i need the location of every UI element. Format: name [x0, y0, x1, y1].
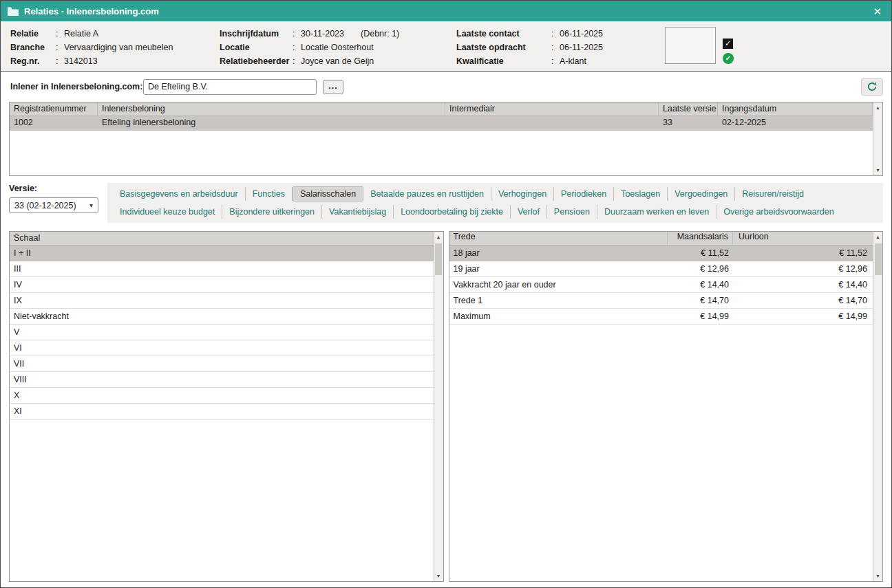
- browse-button[interactable]: ...: [323, 80, 343, 94]
- field-value: A-klant: [560, 56, 586, 66]
- versie-dropdown[interactable]: 33 (02-12-2025) ▾: [9, 197, 98, 213]
- field-colon: :: [551, 43, 560, 52]
- tab-verhogingen[interactable]: Verhogingen: [491, 187, 554, 201]
- schaal-row[interactable]: X: [10, 388, 434, 404]
- field-branche: Branche:Vervaardiging van meubelen: [10, 41, 220, 54]
- column-header-ingangsdatum[interactable]: Ingangsdatum: [718, 102, 873, 116]
- folder-icon: [8, 7, 19, 16]
- field-label: Relatiebeheerder: [220, 56, 293, 66]
- field-kwalificatie: Kwalificatie:A-klant: [456, 54, 665, 68]
- registraties-scrollbar[interactable]: ▲ ▼: [873, 102, 882, 175]
- column-header-schaal[interactable]: Schaal: [10, 232, 434, 245]
- schaal-row[interactable]: III: [10, 261, 434, 277]
- scroll-down-icon[interactable]: ▼: [873, 165, 882, 175]
- field-regnr: Reg.nr.:3142013: [10, 54, 220, 68]
- cell-uurloon: € 11,52: [733, 246, 873, 261]
- schaal-row[interactable]: I + II: [10, 246, 434, 261]
- tab-individueel-keuze-budget[interactable]: Individueel keuze budget: [113, 205, 222, 219]
- schaal-list: Schaal I + II III IV IX Niet-vakkracht V…: [10, 232, 434, 581]
- schaal-row[interactable]: IX: [10, 293, 434, 309]
- column-header-inlenersbeloning[interactable]: Inlenersbeloning: [98, 102, 445, 116]
- schaal-row[interactable]: Niet-vakkracht: [10, 309, 434, 325]
- tab-duurzaam-werken-en-leven[interactable]: Duurzaam werken en leven: [597, 205, 716, 219]
- checked-checkbox[interactable]: ✓: [723, 39, 733, 49]
- tab-vergoedingen[interactable]: Vergoedingen: [668, 187, 735, 201]
- close-icon[interactable]: ✕: [870, 6, 884, 17]
- trede-row[interactable]: 18 jaar € 11,52 € 11,52: [449, 246, 873, 261]
- scroll-down-icon[interactable]: ▼: [434, 571, 443, 581]
- status-flags: ✓ ✓: [723, 27, 734, 68]
- trede-row[interactable]: Maximum € 14,99 € 14,99: [449, 309, 873, 325]
- tab-vakantiebijslag[interactable]: Vakantiebijslag: [322, 205, 394, 219]
- schaal-row[interactable]: XI: [10, 404, 434, 420]
- trede-list: Trede Maandsalaris Uurloon 18 jaar € 11,…: [449, 232, 873, 581]
- cell-maandsalaris: € 11,52: [668, 246, 733, 261]
- registraties-table: Registratienummer Inlenersbeloning Inter…: [9, 102, 883, 176]
- tab-pensioen[interactable]: Pensioen: [547, 205, 597, 219]
- tab-betaalde-pauzes-en-rusttijden[interactable]: Betaalde pauzes en rusttijden: [363, 187, 491, 201]
- column-header-trede[interactable]: Trede: [449, 232, 668, 245]
- cell-intermediair: [445, 116, 659, 131]
- schaal-row[interactable]: VII: [10, 356, 434, 372]
- tab-reisuren-reistijd[interactable]: Reisuren/reistijd: [735, 187, 811, 201]
- column-header-uurloon[interactable]: Uurloon: [733, 232, 873, 245]
- refresh-button[interactable]: [861, 78, 883, 96]
- scrollbar-thumb[interactable]: [875, 243, 882, 275]
- cell-maandsalaris: € 12,96: [668, 261, 733, 276]
- field-value: 06-11-2025: [560, 43, 603, 52]
- cell-trede: Maximum: [449, 309, 668, 324]
- tab-row-1: Basisgegevens en arbeidsduur Functies Sa…: [113, 185, 878, 203]
- column-header-maandsalaris[interactable]: Maandsalaris: [668, 232, 733, 245]
- cell-trede: Trede 1: [449, 293, 668, 308]
- tab-toeslagen[interactable]: Toeslagen: [614, 187, 668, 201]
- tab-salarisschalen[interactable]: Salarisschalen: [293, 186, 363, 202]
- tab-loondoorbetaling-bij-ziekte[interactable]: Loondoorbetaling bij ziekte: [394, 205, 511, 219]
- schaal-row[interactable]: VIII: [10, 372, 434, 388]
- cell-ingangsdatum: 02-12-2025: [718, 116, 873, 131]
- field-laatste-contact: Laatste contact:06-11-2025: [456, 27, 665, 41]
- column-header-intermediair[interactable]: Intermediair: [445, 102, 659, 116]
- schaal-scrollbar[interactable]: ▲ ▼: [434, 232, 443, 581]
- cell-trede: 18 jaar: [449, 246, 668, 261]
- field-relatiebeheerder: Relatiebeheerder:Joyce van de Geijn: [220, 54, 456, 68]
- versie-label: Versie:: [9, 184, 107, 193]
- trede-row[interactable]: Trede 1 € 14,70 € 14,70: [449, 293, 873, 309]
- column-header-laatste-versie[interactable]: Laatste versie: [659, 102, 718, 116]
- field-relatie: Relatie:Relatie A: [10, 27, 220, 41]
- column-header-registratienummer[interactable]: Registratienummer: [10, 102, 98, 116]
- trede-row[interactable]: 19 jaar € 12,96 € 12,96: [449, 261, 873, 277]
- tab-functies[interactable]: Functies: [246, 187, 293, 201]
- tab-basisgegevens-en-arbeidsduur[interactable]: Basisgegevens en arbeidsduur: [113, 187, 246, 201]
- schaal-row[interactable]: IV: [10, 277, 434, 293]
- field-label: Locatie: [220, 43, 293, 52]
- tab-verlof[interactable]: Verlof: [511, 205, 547, 219]
- cell-uurloon: € 14,99: [733, 309, 873, 324]
- schaal-empty-space: [10, 420, 434, 581]
- header-column-1: Relatie:Relatie A Branche:Vervaardiging …: [10, 27, 220, 68]
- tab-overige-arbeidsvoorwaarden[interactable]: Overige arbeidsvoorwaarden: [716, 205, 841, 219]
- trede-row[interactable]: Vakkracht 20 jaar en ouder € 14,40 € 14,…: [449, 277, 873, 293]
- scroll-up-icon[interactable]: ▲: [434, 232, 443, 242]
- field-colon: :: [293, 29, 301, 39]
- registraties-table-main: Registratienummer Inlenersbeloning Inter…: [10, 102, 873, 175]
- trede-empty-space: [449, 325, 873, 581]
- table-row[interactable]: 1002 Efteling inlenersbeloning 33 02-12-…: [10, 116, 873, 131]
- schaal-row[interactable]: VI: [10, 340, 434, 356]
- cell-maandsalaris: € 14,70: [668, 293, 733, 308]
- field-label: Relatie: [10, 29, 56, 39]
- scroll-up-icon[interactable]: ▲: [873, 102, 882, 113]
- trede-scrollbar[interactable]: ▲ ▼: [873, 232, 882, 581]
- scrollbar-thumb[interactable]: [435, 243, 442, 275]
- cell-registratienummer: 1002: [10, 116, 98, 131]
- schaal-row[interactable]: V: [10, 325, 434, 340]
- photo-placeholder: [665, 27, 716, 64]
- header-column-3: Laatste contact:06-11-2025 Laatste opdra…: [456, 27, 665, 68]
- inlener-input[interactable]: [143, 79, 317, 95]
- tab-bijzondere-uitkeringen[interactable]: Bijzondere uitkeringen: [222, 205, 322, 219]
- main-content: Schaal I + II III IV IX Niet-vakkracht V…: [9, 231, 883, 582]
- tab-periodieken[interactable]: Periodieken: [554, 187, 614, 201]
- versie-tabs-row: Versie: 33 (02-12-2025) ▾ Basisgegevens …: [9, 183, 883, 223]
- scroll-up-icon[interactable]: ▲: [873, 232, 882, 242]
- relation-header: Relatie:Relatie A Branche:Vervaardiging …: [1, 21, 891, 72]
- scroll-down-icon[interactable]: ▼: [873, 571, 882, 581]
